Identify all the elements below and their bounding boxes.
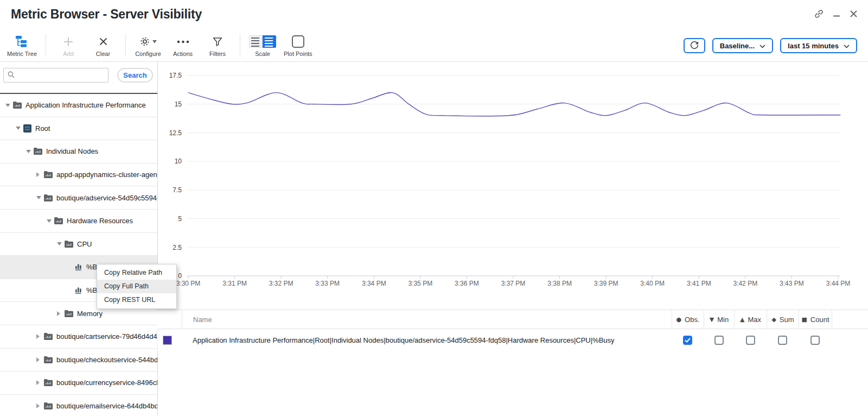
column-header-obs[interactable]: ●Obs. (672, 310, 704, 329)
tree-node-application-infrastructure-performance[interactable]: Application Infrastructure Performance (0, 94, 157, 117)
clear-icon (98, 34, 108, 49)
baseline-dropdown[interactable]: Baseline... (712, 38, 773, 53)
svg-text:0: 0 (178, 272, 182, 280)
svg-text:3:31 PM: 3:31 PM (222, 280, 247, 287)
tree-node-boutique-emailservice-644db4bdf8-lc[interactable]: boutique/emailservice-644db4bdf8-lc (0, 395, 157, 416)
column-header-count[interactable]: ■Count (799, 310, 832, 329)
scale-icon (249, 34, 276, 49)
tree-node-label: Individual Nodes (46, 147, 98, 155)
tree-node-appd-appdynamics-cluster-agent-app[interactable]: appd-appdynamics-cluster-agent-app (0, 163, 157, 187)
caret-down-icon[interactable] (5, 104, 12, 107)
caret-down-icon[interactable] (26, 150, 33, 153)
caret-right-icon[interactable] (57, 311, 63, 316)
link-icon[interactable] (814, 9, 824, 19)
tree-node-root[interactable]: Root (0, 117, 157, 141)
column-header-name[interactable]: Name (182, 310, 672, 329)
caret-down-icon[interactable] (47, 219, 53, 223)
add-button[interactable]: Add (51, 34, 86, 57)
caret-right-icon[interactable] (36, 334, 43, 339)
context-menu: Copy Relative PathCopy Full PathCopy RES… (97, 264, 177, 309)
toolbar-separator (240, 34, 240, 57)
gear-icon (139, 34, 157, 49)
menu-item-copy-full-path[interactable]: Copy Full Path (97, 280, 176, 293)
tree-node-individual-nodes[interactable]: Individual Nodes (0, 140, 157, 163)
caret-right-icon[interactable] (36, 380, 43, 385)
checkbox-sum[interactable] (778, 336, 787, 345)
refresh-button[interactable] (684, 38, 705, 53)
count-square-icon: ■ (801, 316, 807, 323)
tree-node-label: Memory (77, 310, 103, 318)
configure-button[interactable]: Configure (131, 34, 165, 57)
metric-line-chart[interactable]: 02.557.51012.51517.53:30 PM3:31 PM3:32 P… (158, 62, 868, 298)
menu-item-copy-relative-path[interactable]: Copy Relative Path (97, 266, 176, 280)
svg-text:3:42 PM: 3:42 PM (733, 280, 757, 287)
checkbox-min[interactable] (714, 336, 724, 345)
column-header-sum[interactable]: ◆Sum (767, 310, 799, 329)
caret-down-icon[interactable] (16, 127, 22, 130)
svg-text:15: 15 (175, 100, 182, 108)
toolbar-separator (46, 34, 46, 57)
tree-node-boutique-adservice-54d59c5594-fdq58[interactable]: boutique/adservice-54d59c5594-fdq58 (0, 186, 157, 210)
series-swatch-cell (157, 329, 182, 351)
svg-text:17.5: 17.5 (169, 72, 182, 79)
checkbox-obs[interactable] (683, 336, 692, 345)
sum-diamond-icon: ◆ (771, 316, 776, 323)
folder-chart-icon (54, 217, 63, 224)
column-header-min[interactable]: ▼Min (704, 310, 734, 329)
tree-node-hardware-resources[interactable]: Hardware Resources (0, 210, 157, 233)
filters-button[interactable]: Filters (200, 34, 235, 57)
svg-text:3:36 PM: 3:36 PM (455, 280, 479, 287)
chart-area: 02.557.51012.51517.53:30 PM3:31 PM3:32 P… (158, 62, 868, 298)
plot-points-checkbox[interactable]: Plot Points (280, 34, 316, 57)
folder-chart-icon (44, 171, 53, 178)
svg-text:3:43 PM: 3:43 PM (780, 280, 804, 287)
svg-text:12.5: 12.5 (169, 129, 182, 137)
time-range-dropdown[interactable]: last 15 minutes (780, 38, 857, 53)
toolbar: Metric Tree Add Clear Configure (0, 30, 868, 62)
tree-node-label: boutique/currencyservice-8496cb5c7 (56, 379, 157, 387)
tree-node-boutique-currencyservice-8496cb5c7[interactable]: boutique/currencyservice-8496cb5c7 (0, 371, 157, 395)
menu-item-copy-rest-url[interactable]: Copy REST URL (97, 293, 176, 307)
caret-down-icon[interactable] (57, 242, 63, 245)
caret-right-icon[interactable] (36, 404, 43, 408)
metric-browser-window: { "window": { "title": "Metric Browser -… (0, 0, 868, 416)
caret-down-icon[interactable] (36, 196, 43, 199)
caret-right-icon[interactable] (36, 172, 43, 177)
folder-chart-icon (44, 402, 53, 409)
folder-chart-icon (44, 194, 53, 201)
folder-chart-icon (65, 310, 73, 317)
caret-right-icon[interactable] (36, 357, 43, 362)
column-header-max[interactable]: ▲Max (734, 310, 767, 329)
folder-chart-icon (65, 241, 73, 248)
search-button[interactable]: Search (117, 68, 153, 83)
svg-text:5: 5 (178, 215, 182, 223)
close-icon[interactable] (849, 9, 858, 18)
tree-node-cpu[interactable]: CPU (0, 233, 157, 256)
table-header-spacer (157, 310, 182, 329)
tree-node-label: appd-appdynamics-cluster-agent-app (56, 171, 157, 179)
search-box (3, 68, 108, 83)
svg-text:3:32 PM: 3:32 PM (269, 280, 293, 287)
folder-chart-icon (44, 356, 53, 363)
tree-node-label: boutique/adservice-54d59c5594-fdq58 (56, 194, 157, 202)
search-input[interactable] (18, 71, 104, 80)
folder-chart-icon (34, 148, 42, 155)
minimize-icon[interactable] (832, 9, 841, 19)
checkbox-max[interactable] (746, 336, 755, 345)
table-header-filler (832, 310, 868, 329)
clear-button[interactable]: Clear (86, 34, 120, 57)
tree-node-boutique-cartservice-79d46d4d46-9b[interactable]: boutique/cartservice-79d46d4d46-9b (0, 325, 157, 349)
tree-node-boutique-checkoutservice-544bdf649[interactable]: boutique/checkoutservice-544bdf649 (0, 349, 157, 372)
scale-toggle[interactable]: Scale (245, 34, 280, 57)
metric-tree-button[interactable]: Metric Tree (3, 34, 41, 57)
series-color-swatch (163, 336, 172, 345)
tree-node-label: boutique/cartservice-79d46d4d46-9b (56, 332, 157, 341)
checkbox-cell (734, 329, 767, 351)
min-triangle-down-icon: ▼ (710, 316, 714, 323)
baseline-dropdown-label: Baseline... (720, 42, 755, 50)
checkbox-count[interactable] (810, 336, 820, 345)
svg-text:3:37 PM: 3:37 PM (501, 280, 526, 287)
page-title: Metric Browser - Server Visibility (0, 0, 868, 22)
ellipsis-icon (177, 34, 189, 49)
actions-button[interactable]: Actions (165, 34, 200, 57)
